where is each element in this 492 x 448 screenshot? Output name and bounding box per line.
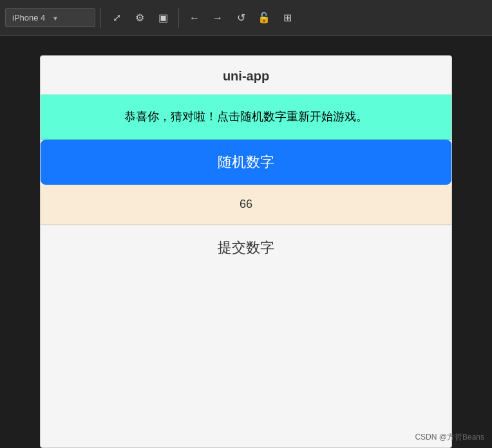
- toolbar: iPhone 4 ⤢ ⚙ ▣ ← → ↺ 🔓 ⊞: [0, 0, 492, 36]
- toolbar-divider: [100, 8, 101, 28]
- app-header: uni-app: [41, 56, 451, 95]
- watermark-text: CSDN @方哲Beans: [415, 433, 484, 442]
- main-area: uni-app 恭喜你，猜对啦！点击随机数字重新开始游戏。 随机数字 66 提交…: [0, 36, 492, 448]
- phone-frame: uni-app 恭喜你，猜对啦！点击随机数字重新开始游戏。 随机数字 66 提交…: [40, 55, 452, 448]
- toolbar-divider-2: [178, 8, 179, 28]
- grid-icon[interactable]: ⊞: [277, 8, 298, 28]
- number-display: 66: [41, 185, 451, 225]
- app-title: uni-app: [223, 69, 269, 83]
- screen-icon[interactable]: ▣: [153, 8, 173, 28]
- refresh-icon[interactable]: ↺: [231, 8, 251, 28]
- random-number-button[interactable]: 随机数字: [41, 140, 451, 185]
- watermark: CSDN @方哲Beans: [415, 432, 484, 443]
- device-label: iPhone 4: [12, 13, 48, 23]
- message-area: 恭喜你，猜对啦！点击随机数字重新开始游戏。: [41, 95, 451, 140]
- back-icon[interactable]: ←: [184, 8, 205, 28]
- chevron-down-icon: [52, 13, 88, 23]
- lock-icon[interactable]: 🔓: [254, 8, 274, 28]
- message-text: 恭喜你，猜对啦！点击随机数字重新开始游戏。: [124, 110, 368, 123]
- forward-icon[interactable]: →: [207, 8, 228, 28]
- random-button-label: 随机数字: [218, 154, 274, 170]
- submit-button[interactable]: 提交数字: [41, 225, 451, 270]
- current-number: 66: [240, 198, 252, 210]
- submit-button-label: 提交数字: [218, 239, 274, 256]
- resize-icon[interactable]: ⤢: [106, 8, 127, 28]
- settings-icon[interactable]: ⚙: [129, 8, 150, 28]
- device-selector[interactable]: iPhone 4: [5, 8, 95, 27]
